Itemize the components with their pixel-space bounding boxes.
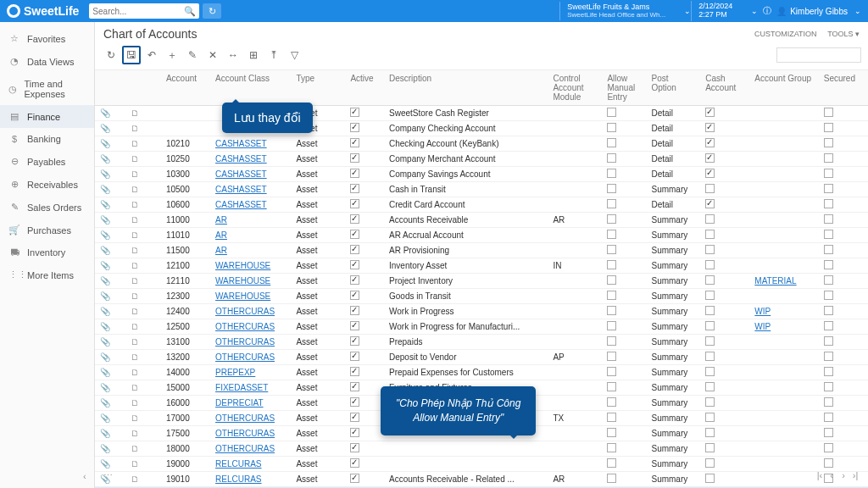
checkbox[interactable] xyxy=(350,321,359,330)
account-cell[interactable]: 11500 xyxy=(161,243,210,258)
table-row[interactable]: 📎🗋12300WAREHOUSEAssetGoods in TransitSum… xyxy=(95,289,868,304)
checkbox[interactable] xyxy=(607,184,616,193)
checkbox[interactable] xyxy=(824,123,833,132)
attach-icon[interactable]: 📎 xyxy=(100,124,110,133)
table-row[interactable]: 📎🗋12100WAREHOUSEAssetInventory AssetINSu… xyxy=(95,258,868,274)
checkbox[interactable] xyxy=(824,153,833,163)
table-row[interactable]: 📎🗋11010ARAssetAR Accrual AccountSummary xyxy=(95,228,868,243)
sidebar-item-data-views[interactable]: ◔Data Views xyxy=(0,50,94,73)
checkbox[interactable] xyxy=(705,230,715,239)
help-button[interactable]: ⓘ xyxy=(763,5,771,17)
checkbox[interactable] xyxy=(607,443,616,452)
checkbox[interactable] xyxy=(607,153,616,163)
horizontal-scrollbar[interactable]: ⋯ |‹ ‹ › ›| xyxy=(102,469,861,481)
account-class-link[interactable]: OTHERCURAS xyxy=(215,337,275,347)
sidebar-item-favorites[interactable]: ☆Favorites xyxy=(0,27,94,50)
account-cell[interactable]: 17500 xyxy=(161,426,210,441)
search-icon[interactable]: 🔍 xyxy=(184,6,196,17)
add-button[interactable]: ＋ xyxy=(163,46,181,64)
checkbox[interactable] xyxy=(705,138,715,147)
filter-button[interactable]: ▽ xyxy=(285,46,303,64)
checkbox[interactable] xyxy=(607,169,616,178)
note-icon[interactable]: 🗋 xyxy=(131,200,139,209)
note-icon[interactable]: 🗋 xyxy=(131,154,139,164)
attach-icon[interactable]: 📎 xyxy=(100,185,110,194)
account-class-link[interactable]: OTHERCURAS xyxy=(215,413,275,423)
account-cell[interactable]: 13200 xyxy=(161,350,210,365)
column-header[interactable]: Description xyxy=(384,70,548,106)
column-header[interactable] xyxy=(125,70,147,106)
column-header[interactable]: Post Option xyxy=(646,70,700,106)
checkbox[interactable] xyxy=(350,413,359,422)
account-class-link[interactable]: OTHERCURAS xyxy=(215,444,275,453)
tools-menu[interactable]: TOOLS ▾ xyxy=(827,30,860,38)
checkbox[interactable] xyxy=(350,275,359,285)
account-cell[interactable]: 17000 xyxy=(161,411,210,426)
checkbox[interactable] xyxy=(705,184,715,193)
account-class-link[interactable]: CASHASSET xyxy=(215,185,267,194)
sidebar-item-sales-orders[interactable]: ✎Sales Orders xyxy=(0,196,94,219)
table-row[interactable]: 📎🗋11000ARAssetAccounts ReceivableARSumma… xyxy=(95,213,868,228)
note-icon[interactable]: 🗋 xyxy=(131,322,139,331)
table-row[interactable]: 📎🗋10500CASHASSETAssetCash in TransitSumm… xyxy=(95,182,868,197)
checkbox[interactable] xyxy=(607,108,616,117)
checkbox[interactable] xyxy=(350,169,359,178)
account-cell[interactable]: 11010 xyxy=(161,228,210,243)
checkbox[interactable] xyxy=(824,245,833,254)
sidebar-item-finance[interactable]: ▤Finance xyxy=(0,105,94,128)
checkbox[interactable] xyxy=(824,367,833,376)
checkbox[interactable] xyxy=(350,336,359,346)
checkbox[interactable] xyxy=(705,367,715,376)
column-header[interactable]: Allow Manual Entry xyxy=(602,70,646,106)
attach-icon[interactable]: 📎 xyxy=(100,444,110,453)
table-row[interactable]: 📎🗋18000OTHERCURASAssetSummary xyxy=(95,441,868,457)
column-header[interactable]: Control Account Module xyxy=(548,70,602,106)
chevron-down-icon[interactable]: ⌄ xyxy=(684,7,691,15)
account-class-link[interactable]: WAREHOUSE xyxy=(215,291,270,301)
scroll-last-button[interactable]: ›| xyxy=(849,469,861,481)
fit-columns-button[interactable]: ↔ xyxy=(224,46,242,64)
attach-icon[interactable]: 📎 xyxy=(100,383,110,392)
sidebar-item-inventory[interactable]: ⛟Inventory xyxy=(0,241,94,263)
checkbox[interactable] xyxy=(350,458,359,468)
attach-icon[interactable]: 📎 xyxy=(100,246,110,255)
user-menu[interactable]: 👤 Kimberly Gibbs ⌄ xyxy=(776,7,861,16)
checkbox[interactable] xyxy=(705,199,715,208)
checkbox[interactable] xyxy=(705,397,715,407)
search-input[interactable] xyxy=(92,7,184,16)
account-cell[interactable]: 15000 xyxy=(161,380,210,396)
account-cell[interactable]: 12500 xyxy=(161,319,210,335)
table-row[interactable]: 📎🗋13100OTHERCURASAssetPrepaidsSummary xyxy=(95,335,868,350)
attach-icon[interactable]: 📎 xyxy=(100,291,110,301)
table-row[interactable]: 📎🗋12400OTHERCURASAssetWork in ProgressSu… xyxy=(95,304,868,319)
attach-icon[interactable]: 📎 xyxy=(100,307,110,316)
checkbox[interactable] xyxy=(705,245,715,254)
sidebar-item-time-and-expenses[interactable]: ◷Time and Expenses xyxy=(0,73,94,105)
checkbox[interactable] xyxy=(350,428,359,437)
grid-search[interactable] xyxy=(776,47,861,63)
account-class-link[interactable]: WAREHOUSE xyxy=(215,261,270,270)
account-class-link[interactable]: AR xyxy=(215,230,227,240)
note-icon[interactable]: 🗋 xyxy=(131,246,139,255)
global-search[interactable]: 🔍 xyxy=(89,3,199,19)
checkbox[interactable] xyxy=(824,352,833,361)
column-header[interactable]: Account xyxy=(161,70,210,106)
attach-icon[interactable]: 📎 xyxy=(100,169,110,179)
save-button[interactable]: 🖫 xyxy=(122,46,141,64)
attach-icon[interactable]: 📎 xyxy=(100,108,110,118)
attach-icon[interactable]: 📎 xyxy=(100,230,110,240)
checkbox[interactable] xyxy=(705,382,715,391)
checkbox[interactable] xyxy=(705,306,715,315)
checkbox[interactable] xyxy=(607,245,616,254)
checkbox[interactable] xyxy=(705,443,715,452)
note-icon[interactable]: 🗋 xyxy=(131,444,139,453)
checkbox[interactable] xyxy=(350,397,359,407)
account-class-link[interactable]: OTHERCURAS xyxy=(215,429,275,438)
checkbox[interactable] xyxy=(350,214,359,224)
sidebar-item-banking[interactable]: $Banking xyxy=(0,128,94,150)
checkbox[interactable] xyxy=(350,367,359,376)
checkbox[interactable] xyxy=(705,321,715,330)
sidebar-item-purchases[interactable]: 🛒Purchases xyxy=(0,219,94,241)
checkbox[interactable] xyxy=(705,275,715,285)
attach-icon[interactable]: 📎 xyxy=(100,352,110,362)
